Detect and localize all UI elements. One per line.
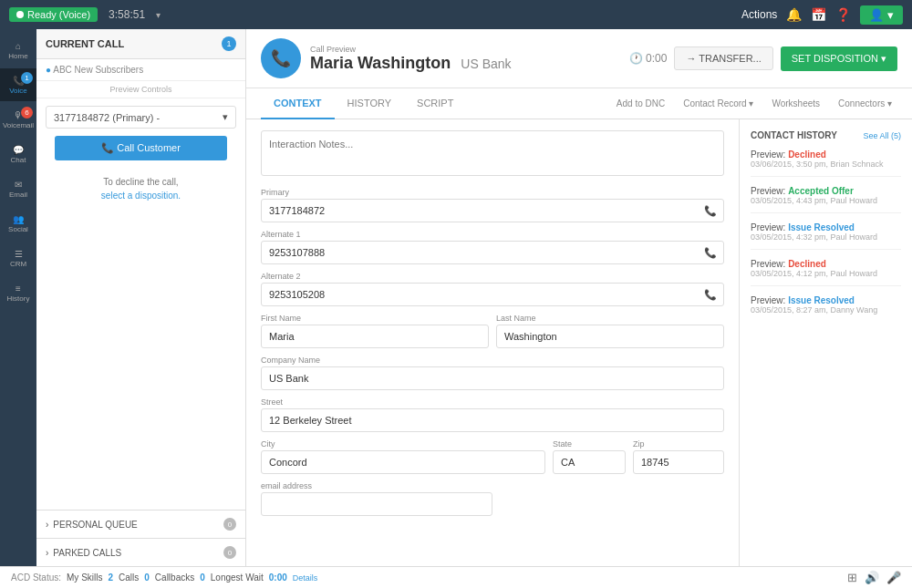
tab-context[interactable]: CONTEXT bbox=[261, 88, 335, 119]
bell-icon[interactable]: 🔔 bbox=[786, 7, 802, 22]
status-badge: Declined bbox=[788, 150, 826, 160]
main-layout: ⌂ Home 📞 Voice 1 🎙 Voicemail 6 💬 Chat ✉ … bbox=[0, 29, 912, 566]
chat-label: Chat bbox=[11, 156, 26, 164]
tab-history[interactable]: HISTORY bbox=[335, 88, 405, 119]
company-input[interactable] bbox=[261, 366, 724, 390]
history-title: CONTACT HISTORY bbox=[751, 130, 837, 140]
personal-queue-section[interactable]: › PERSONAL QUEUE 0 bbox=[36, 510, 245, 538]
call-preview-header: 📞 Call Preview Maria Washington US Bank … bbox=[246, 29, 912, 88]
primary-input[interactable] bbox=[261, 199, 724, 222]
first-name-label: First Name bbox=[261, 314, 489, 323]
transfer-button[interactable]: → TRANSFER... bbox=[674, 46, 772, 70]
select-disposition-link[interactable]: select a disposition. bbox=[101, 191, 181, 201]
current-call-title: CURRENT CALL bbox=[46, 38, 124, 49]
current-call-header: CURRENT CALL 1 bbox=[36, 29, 245, 59]
sidebar-item-home[interactable]: ⌂ Home bbox=[0, 34, 36, 67]
history-date: 03/05/2015, 8:27 am, Danny Wang bbox=[751, 305, 901, 315]
parked-calls-badge: 0 bbox=[223, 546, 236, 559]
sidebar-item-social[interactable]: 👥 Social bbox=[0, 207, 36, 240]
sidebar-item-chat[interactable]: 💬 Chat bbox=[0, 138, 36, 170]
primary-field: Primary 📞 bbox=[261, 188, 724, 222]
my-skills-value: 2 bbox=[108, 573, 113, 583]
history-item: Preview: Issue Resolved 03/05/2015, 8:27… bbox=[751, 295, 901, 322]
email-input[interactable] bbox=[261, 492, 492, 516]
call-preview-left: 📞 Call Preview Maria Washington US Bank bbox=[261, 38, 512, 78]
ready-badge[interactable]: Ready (Voice) bbox=[9, 7, 98, 22]
top-bar-right: Actions 🔔 📅 ❓ 👤 ▾ bbox=[741, 5, 903, 25]
call-customer-button[interactable]: 📞 Call Customer bbox=[55, 136, 227, 160]
contact-record-button[interactable]: Contact Record ▾ bbox=[678, 95, 759, 112]
history-item: Preview: Issue Resolved 03/05/2015, 4:32… bbox=[751, 222, 901, 250]
left-panel: CURRENT CALL 1 ● ABC New Subscribers Pre… bbox=[36, 29, 246, 566]
add-to-dnc-button[interactable]: Add to DNC bbox=[611, 95, 670, 112]
calls-label: Calls bbox=[119, 573, 139, 583]
name-row: First Name Last Name bbox=[261, 314, 724, 356]
crm-icon: ☰ bbox=[15, 249, 23, 259]
connectors-button[interactable]: Connectors ▾ bbox=[833, 95, 897, 112]
preview-controls-label: Preview Controls bbox=[36, 81, 245, 98]
personal-queue-caret: › bbox=[46, 520, 48, 530]
status-badge: Issue Resolved bbox=[788, 295, 855, 305]
contact-avatar: 📞 bbox=[261, 38, 301, 78]
history-item: Preview: Accepted Offer 03/05/2015, 4:43… bbox=[751, 186, 901, 213]
timer-caret: ▾ bbox=[156, 10, 161, 20]
email-label: email address bbox=[261, 481, 724, 490]
history-label: History bbox=[7, 294, 30, 303]
state-field: State bbox=[553, 439, 626, 474]
worksheets-button[interactable]: Worksheets bbox=[766, 95, 825, 112]
sidebar-item-voicemail[interactable]: 🎙 Voicemail 6 bbox=[0, 103, 36, 136]
phone-dropdown[interactable]: 3177184872 (Primary) - ▾ bbox=[46, 106, 236, 129]
status-badge: Issue Resolved bbox=[788, 222, 855, 232]
phone-number-row: 3177184872 (Primary) - ▾ bbox=[36, 98, 245, 136]
session-timer: 3:58:51 bbox=[109, 8, 145, 21]
help-icon[interactable]: ❓ bbox=[835, 7, 851, 22]
top-bar: Ready (Voice) 3:58:51 ▾ Actions 🔔 📅 ❓ 👤 … bbox=[0, 0, 912, 29]
city-field: City bbox=[261, 439, 545, 474]
calendar-icon[interactable]: 📅 bbox=[811, 7, 826, 22]
mic-icon[interactable]: 🎤 bbox=[886, 571, 901, 584]
details-link[interactable]: Details bbox=[293, 573, 318, 583]
call-timer: 🕐 0:00 bbox=[629, 52, 667, 65]
status-dot bbox=[16, 11, 24, 18]
actions-button[interactable]: Actions bbox=[741, 8, 777, 21]
sidebar-item-voice[interactable]: 📞 Voice 1 bbox=[0, 68, 36, 101]
volume-icon[interactable]: 🔊 bbox=[865, 571, 879, 584]
current-call-badge: 1 bbox=[222, 36, 236, 51]
last-name-input[interactable] bbox=[496, 325, 724, 348]
street-input[interactable] bbox=[261, 408, 724, 432]
history-icon: ≡ bbox=[16, 284, 21, 294]
company-name-header: US Bank bbox=[461, 57, 511, 71]
alternate1-label: Alternate 1 bbox=[261, 230, 724, 239]
first-name-input[interactable] bbox=[261, 325, 489, 348]
chat-icon: 💬 bbox=[13, 145, 24, 155]
set-disposition-button[interactable]: SET DISPOSITION ▾ bbox=[781, 46, 897, 71]
see-all-link[interactable]: See All (5) bbox=[863, 131, 901, 140]
bottom-left: ACD Status: My Skills 2 Calls 0 Callback… bbox=[11, 573, 317, 583]
zip-label: Zip bbox=[633, 439, 724, 449]
sidebar-item-history[interactable]: ≡ History bbox=[0, 276, 36, 309]
call-preview-label: Call Preview bbox=[310, 45, 512, 54]
state-input[interactable] bbox=[553, 450, 626, 474]
alternate1-input[interactable] bbox=[261, 241, 724, 264]
sidebar-item-crm[interactable]: ☰ CRM bbox=[0, 242, 36, 274]
voice-label: Voice bbox=[9, 87, 27, 95]
abc-label: ● ABC New Subscribers bbox=[36, 59, 245, 81]
decline-info: To decline the call, select a dispositio… bbox=[36, 168, 245, 210]
tab-script[interactable]: SCRIPT bbox=[404, 88, 466, 119]
avatar-button[interactable]: 👤 ▾ bbox=[860, 5, 903, 25]
calls-value: 0 bbox=[144, 573, 150, 583]
zip-input[interactable] bbox=[633, 450, 724, 474]
parked-calls-caret: › bbox=[46, 548, 48, 558]
sidebar-item-email[interactable]: ✉ Email bbox=[0, 172, 36, 205]
alternate2-input[interactable] bbox=[261, 283, 724, 306]
status-badge: Declined bbox=[788, 259, 826, 269]
interaction-notes[interactable] bbox=[261, 130, 724, 176]
longest-wait-value: 0:00 bbox=[269, 573, 287, 583]
city-input[interactable] bbox=[261, 450, 545, 474]
acd-label: ACD Status: bbox=[11, 573, 61, 583]
parked-calls-section[interactable]: › PARKED CALLS 0 bbox=[36, 538, 245, 566]
home-label: Home bbox=[8, 52, 27, 60]
grid-icon[interactable]: ⊞ bbox=[847, 571, 857, 584]
call-preview-info: Call Preview Maria Washington US Bank bbox=[310, 45, 512, 73]
state-label: State bbox=[553, 439, 626, 449]
